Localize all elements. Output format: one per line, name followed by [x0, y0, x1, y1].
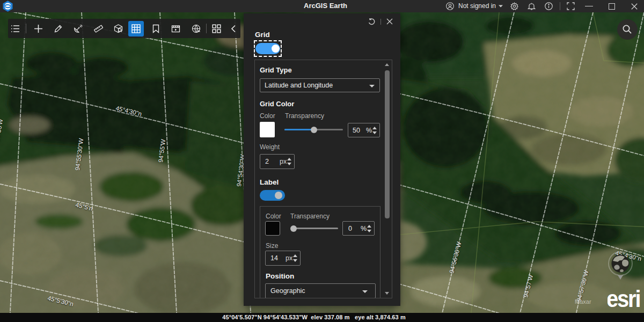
svg-text:esri: esri	[608, 286, 640, 309]
